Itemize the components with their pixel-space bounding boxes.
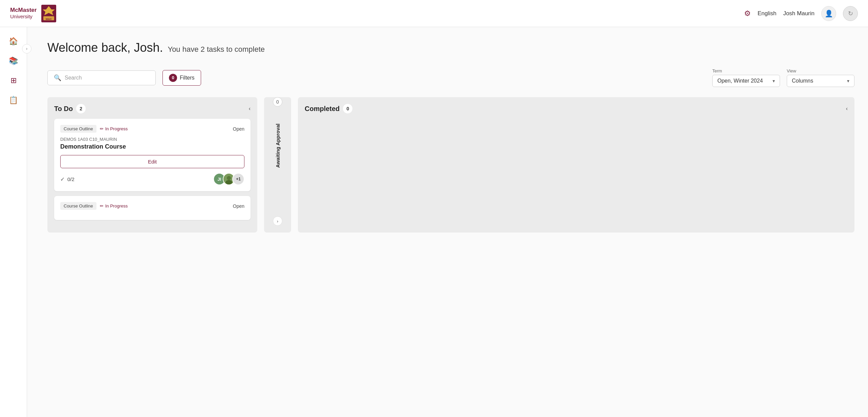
columns-area: To Do 2 ‹ Course Outline ✏ In Progress [47,97,854,233]
task-card-2-top: Course Outline ✏ In Progress Open [60,202,244,210]
task-open-label-1: Open [233,126,244,132]
sidebar-item-clipboard[interactable]: 📋 [6,93,21,108]
task-progress-1: ✓ 0/2 [60,176,74,182]
completed-column-header: Completed 0 ‹ [305,104,848,113]
clipboard-icon: 📋 [9,96,18,105]
task-card-1: Course Outline ✏ In Progress Open DEMOS … [54,119,251,191]
library-icon: 📚 [9,57,18,65]
header-right: ⚙ English Josh Maurin 👤 ↻ [744,6,858,21]
view-select[interactable]: Columns ▾ [787,75,854,87]
filter-button[interactable]: 0 Filters [162,70,201,86]
pencil-icon-2: ✏ [100,203,104,208]
view-dropdown-arrow: ▾ [847,78,849,84]
logo-text: McMaster University [10,7,37,20]
logo-area: McMaster University MAC [10,3,58,24]
toolbar: 🔍 Search 0 Filters Term Open, Winter 202… [47,68,854,87]
todo-collapse-button[interactable]: ‹ [249,106,251,112]
task-open-label-2: Open [233,203,244,209]
svg-text:MAC: MAC [46,18,52,21]
filter-label: Filters [180,75,195,81]
term-label: Term [712,68,780,73]
task-card-1-top: Course Outline ✏ In Progress Open [60,125,244,133]
main-content: Welcome back, Josh. You have 2 tasks to … [27,27,868,417]
grid-icon: ⊞ [10,76,17,85]
completed-column: Completed 0 ‹ [298,97,854,233]
menu-icon: ↻ [848,10,853,17]
welcome-greeting: Welcome back, Josh. [47,41,163,55]
term-filter: Term Open, Winter 2024 ▾ [712,68,780,87]
in-progress-status-1: ✏ In Progress [100,126,128,131]
awaiting-column-title: Awaiting Approval [275,117,281,175]
term-value: Open, Winter 2024 [717,78,763,84]
course-outline-tag-2: Course Outline [60,202,96,210]
search-icon: 🔍 [54,74,61,82]
settings-icon[interactable]: ⚙ [744,9,751,18]
filter-count-badge: 0 [169,74,177,82]
pencil-icon: ✏ [100,126,104,131]
search-placeholder: Search [65,75,82,81]
task-card-1-tags: Course Outline ✏ In Progress [60,125,128,133]
sidebar-expand-button[interactable]: › [22,44,31,53]
sidebar: › 🏠 📚 ⊞ 📋 [0,27,27,417]
completed-column-title: Completed 0 [305,104,352,113]
awaiting-column: 0 Awaiting Approval › [264,97,291,233]
view-filter: View Columns ▾ [787,68,854,87]
todo-column: To Do 2 ‹ Course Outline ✏ In Progress [47,97,257,233]
svg-point-5 [227,176,231,180]
todo-column-title: To Do 2 [54,104,86,113]
user-icon: 👤 [825,9,833,18]
view-value: Columns [792,78,813,84]
term-select[interactable]: Open, Winter 2024 ▾ [712,75,780,87]
sidebar-item-home[interactable]: 🏠 [6,34,21,49]
header: McMaster University MAC ⚙ English Josh M… [0,0,868,27]
completed-collapse-button[interactable]: ‹ [846,106,848,112]
course-name-1: Demonstration Course [60,143,244,150]
username-display: Josh Maurin [783,10,815,17]
user-avatar[interactable]: 👤 [821,6,836,21]
awaiting-count-badge: 0 [273,97,282,107]
language-selector[interactable]: English [758,10,777,17]
layout: › 🏠 📚 ⊞ 📋 Welcome back, Josh. You have 2… [0,27,868,417]
search-box[interactable]: 🔍 Search [47,70,156,85]
university-crest: MAC [40,3,58,24]
checkmark-icon: ✓ [60,176,65,182]
user-menu-button[interactable]: ↻ [843,6,858,21]
course-outline-tag-1: Course Outline [60,125,96,133]
welcome-title: Welcome back, Josh. You have 2 tasks to … [47,41,854,55]
completed-count-badge: 0 [343,104,352,113]
tasks-message: You have 2 tasks to complete [168,45,265,54]
avatar-extra-count: +1 [232,173,244,185]
course-code-1: DEMOS 1A03 C10_MAURIN [60,137,244,142]
task-card-1-bottom: ✓ 0/2 JI [60,173,244,185]
term-dropdown-arrow: ▾ [773,78,775,84]
edit-button-1[interactable]: Edit [60,155,244,168]
view-label: View [787,68,854,73]
todo-count-badge: 2 [76,104,86,113]
welcome-section: Welcome back, Josh. You have 2 tasks to … [47,41,854,55]
task-avatars-1: JI +1 [213,173,244,185]
sidebar-item-grid[interactable]: ⊞ [6,73,21,88]
home-icon: 🏠 [9,37,18,46]
task-card-2: Course Outline ✏ In Progress Open [54,196,251,220]
todo-column-header: To Do 2 ‹ [54,104,251,113]
sidebar-item-library[interactable]: 📚 [6,53,21,68]
in-progress-status-2: ✏ In Progress [100,203,128,208]
awaiting-expand-button[interactable]: › [273,216,282,226]
task-card-2-tags: Course Outline ✏ In Progress [60,202,128,210]
